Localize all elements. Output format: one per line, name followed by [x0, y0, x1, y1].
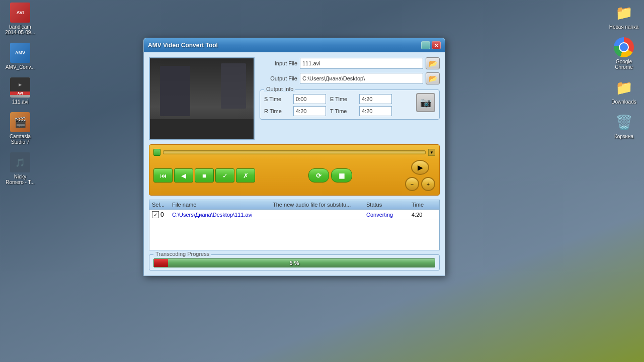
output-info-group-label: Output Info	[264, 86, 295, 92]
progress-text: 5 %	[290, 260, 299, 266]
col-header-time: Time	[409, 202, 439, 208]
col-header-sel: Sel...	[149, 202, 170, 208]
avi-icon-bandicam: AVI	[10, 3, 30, 23]
save-icon: ▦	[339, 172, 345, 179]
file-row-select: ✓ 0	[149, 211, 170, 218]
stop-button[interactable]: ■	[195, 168, 214, 183]
file-list-section: Sel... File name The new audio file for …	[149, 200, 440, 250]
desktop-icon-amvconv-label: AMV_Conv...	[6, 64, 35, 70]
desktop-icons-right: 📁 Новая папка Google Chrome 📁 Downloads …	[606, 3, 641, 139]
convert-icon: ⟳	[316, 172, 321, 179]
player-section: ▼ ⏮ ◀ ■	[149, 144, 440, 196]
volume-down-button[interactable]: −	[405, 177, 419, 191]
desktop-icon-recyclebin[interactable]: 🗑️ Корзина	[606, 112, 641, 139]
desktop-icon-bandicam-label: bandicam2014-05-09...	[5, 24, 35, 35]
minimize-button[interactable]: _	[421, 41, 430, 49]
s-time-field[interactable]	[293, 94, 326, 104]
desktop-icon-novaya[interactable]: 📁 Новая папка	[606, 3, 641, 30]
input-file-field[interactable]	[300, 58, 423, 69]
desktop-icons-left: AVI bandicam2014-05-09... AMV AMV_Conv..…	[3, 3, 38, 185]
stop-icon: ■	[202, 172, 206, 179]
output-file-row: Output File 📂	[260, 72, 440, 84]
mark-out-button[interactable]: ✗	[236, 168, 255, 183]
desktop-icon-111avi-label: 111.avi	[12, 99, 28, 105]
progress-group-label: Transcoding Progress	[153, 251, 211, 257]
desktop-icon-amvconv[interactable]: AMV AMV_Conv...	[3, 43, 38, 70]
folder-icon-downloads: 📁	[615, 79, 633, 96]
file-checkbox[interactable]: ✓	[152, 211, 159, 218]
camtasia-icon: 🎬	[10, 112, 30, 132]
seek-dropdown[interactable]: ▼	[428, 149, 435, 156]
desktop-icon-recyclebin-label: Корзина	[614, 134, 633, 139]
back-button[interactable]: ◀	[174, 168, 193, 183]
progress-bar-fill	[154, 259, 168, 267]
volume-up-icon: +	[427, 181, 430, 187]
mark-in-button[interactable]: ✓	[215, 168, 234, 183]
desktop-icon-downloads[interactable]: 📁 Downloads	[606, 77, 641, 105]
camera-button[interactable]: 📷	[416, 93, 435, 112]
volume-controls: − +	[405, 177, 435, 191]
desktop-icon-novaya-label: Новая папка	[609, 24, 638, 30]
desktop-icon-nicky[interactable]: 🎵 NickyRomero - T...	[3, 152, 38, 185]
file-row-num: 0	[160, 211, 164, 218]
desktop-icon-camtasia-label: CamtasiaStudio 7	[10, 134, 31, 145]
folder-icon-novaya: 📁	[615, 5, 633, 21]
output-file-label: Output File	[260, 75, 297, 81]
r-time-row: R Time T Time	[264, 106, 411, 116]
col-header-audio: The new audio file for substitu...	[270, 202, 364, 208]
save-button[interactable]: ▦	[331, 168, 352, 183]
chrome-icon	[614, 37, 634, 57]
t-time-field[interactable]	[359, 106, 392, 116]
prev-frame-button[interactable]: ⏮	[153, 168, 173, 183]
recyclebin-icon: 🗑️	[615, 114, 633, 131]
video-scene	[150, 58, 254, 139]
left-transport-controls: ⏮ ◀ ■ ✓ ✗	[153, 168, 255, 183]
folder-open-icon-2: 📂	[429, 74, 437, 82]
desktop-icon-chrome-label: Google Chrome	[606, 59, 641, 70]
file-row-path: C:\Users\Диана\Desktop\111.avi	[170, 212, 270, 218]
t-time-label: T Time	[330, 108, 355, 114]
seek-marker	[153, 149, 160, 156]
volume-down-icon: −	[411, 181, 414, 187]
desktop-icon-111avi[interactable]: ▶ AVI 111.avi	[3, 77, 38, 105]
convert-button[interactable]: ⟳	[308, 168, 329, 183]
camera-icon: 📷	[420, 97, 431, 108]
output-file-browse-button[interactable]: 📂	[426, 72, 440, 84]
desktop-icon-bandicam[interactable]: AVI bandicam2014-05-09...	[3, 3, 38, 35]
window-content: Input File 📂 Output File 📂	[144, 52, 445, 276]
progress-bar-container: 5 %	[153, 258, 435, 267]
file-list-body: ✓ 0 C:\Users\Диана\Desktop\111.avi Conve…	[149, 210, 439, 250]
input-file-label: Input File	[260, 60, 297, 66]
r-time-field[interactable]	[293, 106, 326, 116]
file-row-status: Converting	[364, 212, 409, 218]
file-list-header: Sel... File name The new audio file for …	[149, 200, 439, 210]
file-row-time: 4:20	[409, 212, 439, 218]
e-time-field[interactable]	[359, 94, 392, 104]
desktop-icon-chrome[interactable]: Google Chrome	[606, 37, 641, 70]
seek-bar-container: ▼	[153, 149, 435, 156]
s-time-label: S Time	[264, 96, 289, 102]
mark-out-icon: ✗	[243, 172, 249, 179]
s-time-row: S Time E Time	[264, 94, 411, 104]
player-controls-row: ⏮ ◀ ■ ✓ ✗	[153, 160, 435, 191]
close-button[interactable]: ✕	[432, 41, 441, 49]
volume-up-button[interactable]: +	[421, 177, 435, 191]
progress-section: Transcoding Progress 5 %	[149, 254, 440, 270]
seek-bar[interactable]	[163, 150, 426, 154]
input-file-row: Input File 📂	[260, 57, 440, 69]
desktop-icon-downloads-label: Downloads	[611, 99, 636, 105]
amv-icon: AMV	[10, 43, 30, 63]
output-file-field[interactable]	[300, 73, 423, 84]
video-preview	[149, 57, 255, 140]
right-playback-controls: ▶ − +	[405, 160, 435, 191]
r-time-label: R Time	[264, 108, 289, 114]
play-button[interactable]: ▶	[411, 160, 429, 175]
play-icon: ▶	[418, 163, 423, 171]
desktop-icon-nicky-label: NickyRomero - T...	[6, 174, 35, 185]
title-bar-buttons: _ ✕	[421, 41, 441, 49]
desktop-icon-camtasia[interactable]: 🎬 CamtasiaStudio 7	[3, 112, 38, 145]
folder-open-icon: 📂	[429, 59, 437, 67]
desktop: AVI bandicam2014-05-09... AMV AMV_Conv..…	[0, 0, 644, 362]
back-icon: ◀	[181, 172, 186, 179]
input-file-browse-button[interactable]: 📂	[426, 57, 440, 69]
